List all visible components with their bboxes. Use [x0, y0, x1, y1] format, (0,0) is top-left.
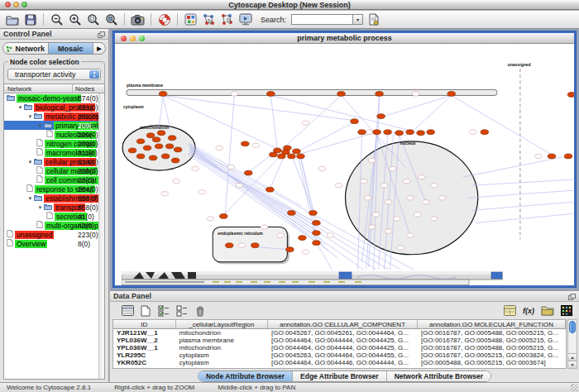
tree-row-macromolecule[interactable]: macromolecule311(0) — [4, 148, 104, 157]
network-node[interactable] — [270, 152, 278, 157]
network-node-unselected[interactable] — [385, 200, 391, 204]
tab-mosaic[interactable]: Mosaic — [49, 43, 94, 54]
network-node-unselected[interactable] — [366, 130, 372, 134]
tree-row-transport[interactable]: ▼transport558(0) — [4, 203, 104, 212]
tree-row-establishment-of-lo[interactable]: ▼establishment of lo558(0) — [4, 194, 104, 203]
network-node-unselected[interactable] — [207, 217, 213, 221]
network-node-unselected[interactable] — [199, 190, 205, 194]
network-node-unselected[interactable] — [277, 233, 284, 237]
tree-expander-icon[interactable]: ▼ — [26, 196, 34, 201]
tree-expander-icon[interactable]: ▼ — [36, 123, 44, 128]
network-node[interactable] — [171, 158, 179, 163]
network-node-unselected[interactable] — [327, 233, 333, 237]
tree-row-cell-communicat[interactable]: cell communicat22(0) — [4, 175, 104, 184]
tree-expander-icon[interactable]: ▼ — [36, 205, 44, 210]
network-node[interactable] — [351, 119, 359, 124]
network-node-unselected[interactable] — [418, 174, 424, 179]
network-node-unselected[interactable] — [335, 184, 342, 188]
network-node-unselected[interactable] — [430, 184, 437, 188]
network-node[interactable] — [159, 91, 167, 96]
network-node[interactable] — [313, 221, 321, 226]
tree-expander-icon[interactable]: ▼ — [17, 105, 24, 110]
network-node-unselected[interactable] — [368, 225, 375, 229]
network-node[interactable] — [288, 210, 296, 215]
network-node[interactable] — [395, 131, 404, 136]
tree-row-unassigned[interactable]: unassigned223(0) — [4, 230, 104, 239]
tree-row-cellular-metabol[interactable]: cellular metabol209(0) — [4, 166, 104, 175]
network-node-unselected[interactable] — [173, 179, 179, 184]
network-node[interactable] — [548, 154, 556, 159]
column-molecular-function[interactable]: annotation.GO MOLECULAR_FUNCTION — [418, 320, 566, 328]
network-node[interactable] — [244, 170, 252, 175]
network-node[interactable] — [564, 154, 572, 159]
table-row[interactable]: YKR052Ccytoplasm[GO:0044464, GO:0044446,… — [113, 359, 566, 366]
tree-row-multi-organism-pro[interactable]: multi-organism pro42(0) — [4, 221, 104, 230]
network-node[interactable] — [219, 214, 227, 219]
network-node-unselected[interactable] — [360, 179, 366, 184]
table-row[interactable]: YPL036W__2plasma membrane[GO:0044464, GO… — [113, 337, 566, 344]
select-attributes-icon[interactable] — [120, 304, 135, 318]
network-node-unselected[interactable] — [535, 154, 542, 158]
network-node[interactable] — [241, 141, 249, 146]
network-node[interactable] — [155, 144, 163, 149]
network-node-unselected[interactable] — [470, 130, 476, 134]
zoom-fit-icon[interactable] — [103, 12, 119, 27]
network-node[interactable] — [427, 130, 435, 135]
zoom-window-button[interactable] — [22, 2, 27, 7]
annotation-icon[interactable] — [183, 12, 199, 27]
network-node[interactable] — [313, 241, 321, 246]
tree-scrollbar[interactable] — [98, 93, 104, 379]
network-node-unselected[interactable] — [227, 165, 234, 169]
tree-row-overview[interactable]: Overview8(0) — [4, 239, 104, 248]
network-node-unselected[interactable] — [236, 184, 242, 188]
network-node[interactable] — [481, 130, 489, 135]
node-color-dropdown[interactable]: transporter activity ▲▼ — [7, 69, 101, 80]
table-row[interactable]: YPL036W__1mitochondrion[GO:0044464, GO:0… — [113, 344, 566, 351]
network-node[interactable] — [286, 247, 294, 252]
network-node[interactable] — [251, 243, 259, 248]
tree-row-biological-process[interactable]: ▼biological_process651(0) — [4, 103, 104, 112]
tree-column-nodes[interactable]: Nodes — [72, 84, 104, 93]
network-node-unselected[interactable] — [406, 196, 413, 200]
network-node[interactable] — [128, 148, 136, 153]
tree-expander-icon[interactable]: ▼ — [26, 114, 34, 119]
scroll-up-icon[interactable]: ▲ — [568, 353, 577, 361]
network-node-unselected[interactable] — [385, 229, 391, 233]
network-node-unselected[interactable] — [364, 196, 371, 200]
tree-expander-icon[interactable]: ▼ — [26, 160, 34, 165]
tree-row-nucleobase-[interactable]: nucleobase-209(0) — [4, 130, 104, 139]
scrollbar-thumb[interactable] — [569, 321, 576, 333]
create-attribute-icon[interactable] — [138, 304, 153, 318]
network-node-unselected[interactable] — [393, 217, 400, 221]
frame-minimize-button[interactable] — [130, 36, 136, 41]
tree-row-mosaic-demo-yeast[interactable]: mosaic-demo-yeast874(0) — [4, 93, 104, 103]
search-input[interactable] — [291, 14, 352, 25]
network-node-unselected[interactable] — [439, 196, 446, 200]
column-cellular-component[interactable]: annotation.GO CELLULAR_COMPONENT — [268, 320, 418, 328]
delete-attribute-icon[interactable] — [193, 304, 208, 318]
network-node-unselected[interactable] — [372, 213, 379, 217]
network-node-unselected[interactable] — [261, 225, 267, 229]
network-node[interactable] — [293, 149, 301, 154]
snapshot-icon[interactable] — [130, 12, 146, 27]
tab-overflow-icon[interactable]: ▶ — [93, 43, 105, 54]
network-node[interactable] — [161, 154, 170, 159]
network-node[interactable] — [152, 137, 160, 142]
combo-stepper-icon[interactable]: ▲▼ — [89, 70, 99, 79]
network-node[interactable] — [225, 243, 233, 248]
network-node[interactable] — [288, 154, 296, 159]
network-node[interactable] — [136, 139, 145, 144]
network-node[interactable] — [313, 231, 321, 236]
open-attribute-file-icon[interactable] — [540, 304, 555, 318]
vizmapper-icon[interactable] — [237, 12, 253, 27]
tab-node-attribute-browser[interactable]: Node Attribute Browser — [199, 371, 293, 381]
tab-edge-attribute-browser[interactable]: Edge Attribute Browser — [293, 371, 387, 381]
frame-close-button[interactable] — [121, 36, 127, 41]
network-canvas[interactable]: plasma membranecytoplasmmitochondrionnuc… — [115, 44, 574, 285]
network-node-unselected[interactable] — [318, 166, 325, 170]
help-icon[interactable] — [156, 12, 172, 27]
network-node[interactable] — [376, 91, 384, 96]
resize-grip[interactable] — [571, 384, 578, 391]
network-node-unselected[interactable] — [216, 146, 223, 150]
open-file-icon[interactable] — [4, 12, 20, 27]
